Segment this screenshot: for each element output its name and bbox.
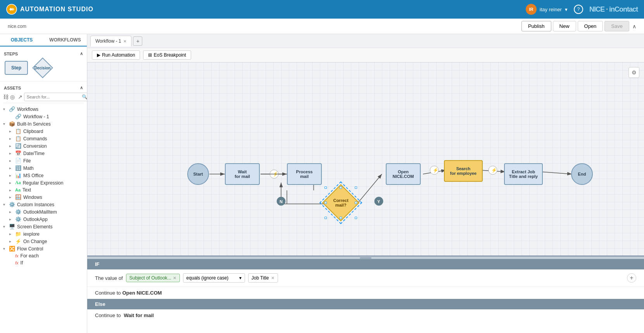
- tab-workflow1-label: Workflow - 1: [95, 38, 121, 44]
- tree-item-text[interactable]: ▸ Aa Text: [9, 186, 84, 193]
- tree-item-iexplore[interactable]: ▸ 📁 iexplore: [9, 230, 84, 238]
- tree-item-onchange[interactable]: ▸ ⚡ On Change: [9, 238, 84, 245]
- node-extract-label: Extract JobTitle and reply: [509, 169, 538, 179]
- tree-children-flowcontrol: fx For each fx If: [3, 252, 84, 266]
- node-search-employee[interactable]: Searchfor employee: [444, 160, 483, 182]
- tree-item-screen[interactable]: ▾ 🖥️ Screen Elements: [3, 223, 84, 230]
- workflow-canvas[interactable]: ⚙: [87, 62, 644, 255]
- workflow-toolbar: ▶ Run Automation ⊞ EoS Breakpoint: [87, 48, 644, 62]
- node-process-label: Processmail: [296, 169, 313, 179]
- tab-workflow1[interactable]: Workflow - 1 ✕: [90, 36, 131, 47]
- node-extract[interactable]: Extract JobTitle and reply: [504, 163, 543, 185]
- tree-item-file[interactable]: ▸ 📄 File: [9, 157, 84, 164]
- svg-text:⚡: ⚡: [491, 167, 497, 173]
- svg-point-18: [375, 197, 383, 205]
- steps-collapse-icon[interactable]: ∧: [80, 51, 83, 56]
- condition-value-close-icon[interactable]: ✕: [271, 276, 275, 281]
- sidebar-tabs: OBJECTS WORKFLOWS: [0, 34, 87, 47]
- node-wait-for-mail[interactable]: Waitfor mail: [225, 163, 260, 185]
- svg-text:Y: Y: [377, 199, 380, 204]
- tree-item-foreach[interactable]: fx For each: [9, 252, 84, 259]
- chevron-down-icon: ▾: [3, 107, 8, 111]
- run-automation-button[interactable]: ▶ Run Automation: [92, 50, 140, 60]
- svg-text:⚡: ⚡: [433, 167, 439, 173]
- node-search-label: Searchfor employee: [450, 166, 477, 176]
- asset-export-icon[interactable]: ↗: [18, 93, 22, 101]
- asset-link-icon[interactable]: ⛓: [3, 93, 9, 101]
- asset-target-icon[interactable]: ◎: [10, 93, 15, 101]
- app-logo: AUTOMATION STUDIO: [6, 4, 526, 15]
- tab-workflows[interactable]: WORKFLOWS: [43, 34, 87, 47]
- tree-item-msoffice[interactable]: ▸ 📊 MS Office: [9, 172, 84, 179]
- assets-header: ASSETS ∧: [3, 85, 84, 91]
- condition-field-label: Subject of Outlook...: [129, 275, 171, 281]
- collapse-button[interactable]: ∧: [631, 22, 638, 31]
- condition-operator-select[interactable]: equals (ignore case) ▾: [183, 273, 245, 283]
- app-title: AUTOMATION STUDIO: [20, 6, 93, 13]
- user-name: itay reiner: [540, 7, 562, 12]
- condition-value-label: Job Title: [252, 275, 269, 281]
- svg-point-16: [277, 197, 285, 205]
- tree-item-outlookmailitem[interactable]: ▸ ⚙️ OutlookMailItem: [9, 208, 84, 216]
- open-button[interactable]: Open: [578, 21, 603, 31]
- publish-button[interactable]: Publish: [521, 21, 551, 31]
- condition-value-tag[interactable]: Job Title ✕: [248, 273, 278, 283]
- node-end[interactable]: End: [571, 163, 593, 185]
- decision-diamond-shape[interactable]: Decision: [32, 57, 53, 78]
- node-end-label: End: [578, 172, 586, 176]
- user-info[interactable]: IR itay reiner ▾: [526, 4, 568, 15]
- node-correct-mail[interactable]: Correctmail?: [325, 187, 356, 218]
- condition-field-tag[interactable]: Subject of Outlook... ✕: [126, 274, 180, 282]
- steps-section: STEPS ∧ Step Decision: [0, 47, 87, 81]
- svg-line-8: [540, 172, 572, 174]
- condition-field-close-icon[interactable]: ✕: [173, 276, 176, 281]
- add-condition-button[interactable]: +: [627, 273, 636, 283]
- svg-point-13: [489, 166, 497, 174]
- tab-add-button[interactable]: +: [133, 36, 142, 46]
- tree-item-outlookapp[interactable]: ▸ ⚙️ OutlookApp: [9, 216, 84, 223]
- tree-item-builtin[interactable]: ▾ 📦 Built-In Services: [3, 120, 84, 128]
- brand-sub: inContact: [609, 5, 638, 13]
- assets-collapse-icon[interactable]: ∧: [80, 85, 83, 90]
- help-icon[interactable]: ?: [574, 5, 583, 14]
- eos-breakpoint-button[interactable]: ⊞ EoS Breakpoint: [143, 50, 191, 60]
- assets-toolbar: ⛓ ◎ ↗ 🔍: [3, 91, 84, 103]
- save-button[interactable]: Save: [604, 21, 629, 31]
- canvas-settings-button[interactable]: ⚙: [628, 67, 639, 78]
- node-start[interactable]: Start: [187, 163, 209, 185]
- main-layout: OBJECTS WORKFLOWS STEPS ∧ Step Decision: [0, 34, 644, 333]
- new-button[interactable]: New: [553, 21, 576, 31]
- node-process-mail[interactable]: Processmail: [287, 163, 322, 185]
- search-input[interactable]: [27, 95, 80, 99]
- condition-prefix: The value of: [95, 275, 123, 281]
- tree-item-custom[interactable]: ▾ ⚙️ Custom Instances: [3, 201, 84, 208]
- else-continue-label: Continue to: [95, 312, 121, 318]
- tree-item-if[interactable]: fx If: [9, 259, 84, 266]
- tree-item-commands[interactable]: ▸ 📋 Commands: [9, 135, 84, 142]
- tree-item-regex[interactable]: ▸ Aa Regular Expression: [9, 179, 84, 186]
- tree-item-flowcontrol[interactable]: ▾ 🔀 Flow Control: [3, 245, 84, 252]
- node-open-nice[interactable]: OpenNICE.COM: [386, 163, 421, 185]
- tree-item-windows[interactable]: ▸ 🪟 Windows: [9, 193, 84, 201]
- step-shapes: Step Decision: [3, 58, 84, 78]
- step-shape-item[interactable]: Step: [5, 61, 28, 75]
- tab-close-icon[interactable]: ✕: [123, 39, 126, 43]
- tree-item-math[interactable]: ▸ 🔢 Math: [9, 164, 84, 172]
- tree-item-workflows[interactable]: ▾ 🔗 Workflows: [3, 105, 84, 113]
- play-icon: ▶: [97, 52, 100, 58]
- svg-text:N: N: [280, 199, 283, 204]
- else-continue-row: Continue to Wait for mail: [87, 309, 644, 321]
- bottom-panel: IF The value of Subject of Outlook... ✕ …: [87, 255, 644, 333]
- tab-objects[interactable]: OBJECTS: [0, 34, 43, 47]
- tree-item-clipboard[interactable]: ▸ 📋 Clipboard: [9, 128, 84, 135]
- continue-to-target: Open NICE.COM: [123, 290, 162, 296]
- condition-row: The value of Subject of Outlook... ✕ equ…: [87, 269, 644, 287]
- node-wait-label: Waitfor mail: [235, 169, 250, 179]
- tree-item-datetime[interactable]: ▸ 📅 Date/Time: [9, 150, 84, 157]
- tree-item-workflow1[interactable]: 🔗 Workflow - 1: [9, 113, 84, 120]
- step-rect-shape[interactable]: Step: [5, 61, 28, 75]
- canvas-arrows: ⚡ ⚡ ⚡ N Y: [87, 62, 644, 255]
- condition-op-label: equals (ignore case): [186, 275, 229, 281]
- tree-item-conversion[interactable]: ▸ 🔄 Conversion: [9, 142, 84, 150]
- decision-shape-item[interactable]: Decision: [33, 61, 53, 75]
